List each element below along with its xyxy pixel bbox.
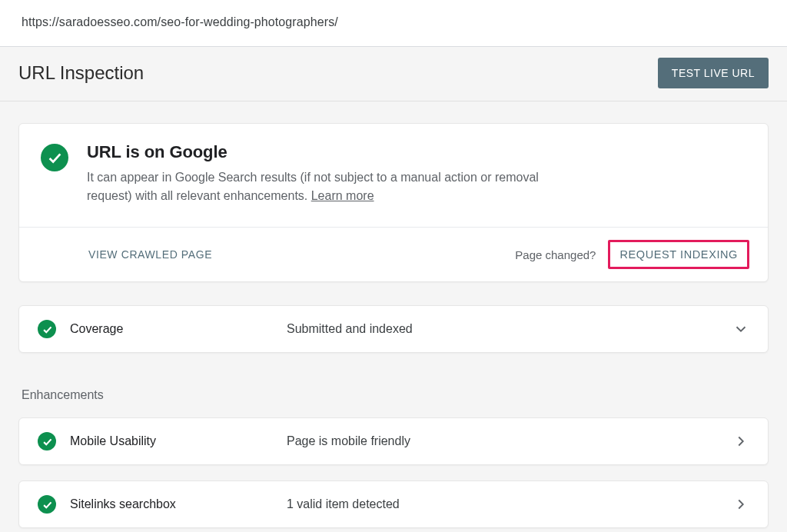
- enhancement-value: Page is mobile friendly: [287, 434, 732, 448]
- footer-right: Page changed? REQUEST INDEXING: [515, 240, 749, 269]
- chevron-right-icon: [732, 496, 749, 513]
- coverage-row[interactable]: Coverage Submitted and indexed: [18, 305, 769, 353]
- status-section: URL is on Google It can appear in Google…: [19, 124, 768, 227]
- learn-more-link[interactable]: Learn more: [311, 189, 374, 202]
- request-indexing-highlight: REQUEST INDEXING: [608, 240, 749, 269]
- status-title: URL is on Google: [87, 142, 579, 162]
- coverage-value: Submitted and indexed: [287, 322, 732, 336]
- enhancement-value: 1 valid item detected: [287, 497, 732, 511]
- enhancement-row-mobile-usability[interactable]: Mobile Usability Page is mobile friendly: [18, 417, 769, 465]
- page-changed-label: Page changed?: [515, 248, 596, 261]
- status-text: URL is on Google It can appear in Google…: [87, 142, 579, 205]
- check-icon: [41, 144, 68, 171]
- status-card-footer: VIEW CRAWLED PAGE Page changed? REQUEST …: [19, 227, 768, 281]
- page-title: URL Inspection: [18, 62, 144, 84]
- header: URL Inspection TEST LIVE URL: [0, 47, 787, 101]
- chevron-down-icon: [732, 321, 749, 337]
- enhancements-section-label: Enhancements: [22, 388, 765, 402]
- enhancement-label: Sitelinks searchbox: [56, 497, 287, 511]
- check-icon: [38, 495, 56, 514]
- content: URL is on Google It can appear in Google…: [0, 101, 787, 532]
- chevron-right-icon: [732, 433, 749, 450]
- request-indexing-button[interactable]: REQUEST INDEXING: [619, 248, 738, 261]
- test-live-url-button[interactable]: TEST LIVE URL: [658, 58, 769, 88]
- check-icon: [38, 432, 56, 451]
- enhancement-label: Mobile Usability: [56, 434, 287, 448]
- enhancement-row-sitelinks-searchbox[interactable]: Sitelinks searchbox 1 valid item detecte…: [18, 480, 769, 528]
- status-card: URL is on Google It can appear in Google…: [18, 123, 769, 282]
- status-description: It can appear in Google Search results (…: [87, 168, 579, 205]
- view-crawled-page-button[interactable]: VIEW CRAWLED PAGE: [87, 244, 214, 265]
- check-icon: [38, 320, 56, 338]
- url-bar[interactable]: https://saradoesseo.com/seo-for-wedding-…: [0, 0, 787, 47]
- coverage-label: Coverage: [56, 322, 287, 336]
